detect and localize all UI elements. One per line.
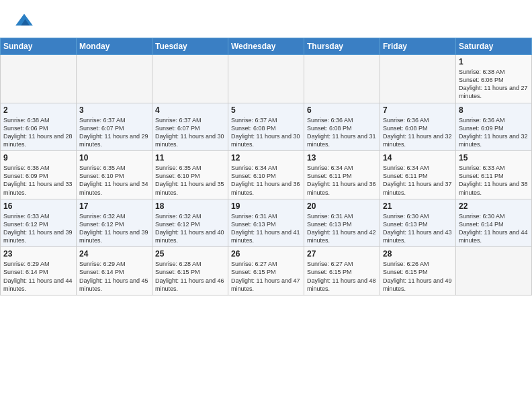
- calendar-cell: [228, 55, 304, 103]
- weekday-header-tuesday: Tuesday: [152, 38, 228, 55]
- calendar-cell: 2Sunrise: 6:38 AM Sunset: 6:06 PM Daylig…: [1, 103, 77, 151]
- day-info: Sunrise: 6:28 AM Sunset: 6:15 PM Dayligh…: [155, 260, 225, 293]
- week-row-3: 9Sunrise: 6:36 AM Sunset: 6:09 PM Daylig…: [1, 151, 532, 199]
- day-info: Sunrise: 6:34 AM Sunset: 6:10 PM Dayligh…: [231, 164, 301, 197]
- day-info: Sunrise: 6:32 AM Sunset: 6:12 PM Dayligh…: [79, 212, 149, 245]
- day-info: Sunrise: 6:38 AM Sunset: 6:06 PM Dayligh…: [459, 68, 529, 101]
- day-info: Sunrise: 6:26 AM Sunset: 6:15 PM Dayligh…: [383, 260, 453, 293]
- logo: [11, 9, 35, 31]
- day-number: 24: [79, 249, 149, 259]
- day-info: Sunrise: 6:36 AM Sunset: 6:08 PM Dayligh…: [383, 116, 453, 149]
- calendar-cell: 20Sunrise: 6:31 AM Sunset: 6:13 PM Dayli…: [304, 199, 380, 247]
- day-number: 13: [307, 153, 377, 163]
- day-info: Sunrise: 6:36 AM Sunset: 6:09 PM Dayligh…: [3, 164, 73, 197]
- calendar-cell: [1, 55, 77, 103]
- calendar-cell: 4Sunrise: 6:37 AM Sunset: 6:07 PM Daylig…: [152, 103, 228, 151]
- day-number: 14: [383, 153, 453, 163]
- day-info: Sunrise: 6:37 AM Sunset: 6:07 PM Dayligh…: [155, 116, 225, 149]
- weekday-header-wednesday: Wednesday: [228, 38, 304, 55]
- calendar-cell: 28Sunrise: 6:26 AM Sunset: 6:15 PM Dayli…: [380, 247, 456, 295]
- day-info: Sunrise: 6:31 AM Sunset: 6:13 PM Dayligh…: [307, 212, 377, 245]
- calendar-cell: 16Sunrise: 6:33 AM Sunset: 6:12 PM Dayli…: [1, 199, 77, 247]
- day-number: 20: [307, 201, 377, 211]
- calendar-cell: 8Sunrise: 6:36 AM Sunset: 6:09 PM Daylig…: [456, 103, 532, 151]
- calendar-cell: 23Sunrise: 6:29 AM Sunset: 6:14 PM Dayli…: [1, 247, 77, 295]
- calendar-cell: 11Sunrise: 6:35 AM Sunset: 6:10 PM Dayli…: [152, 151, 228, 199]
- day-info: Sunrise: 6:35 AM Sunset: 6:10 PM Dayligh…: [79, 164, 149, 197]
- page: SundayMondayTuesdayWednesdayThursdayFrid…: [0, 0, 532, 295]
- day-info: Sunrise: 6:29 AM Sunset: 6:14 PM Dayligh…: [79, 260, 149, 293]
- day-info: Sunrise: 6:34 AM Sunset: 6:11 PM Dayligh…: [307, 164, 377, 197]
- calendar-cell: 18Sunrise: 6:32 AM Sunset: 6:12 PM Dayli…: [152, 199, 228, 247]
- calendar-cell: 5Sunrise: 6:37 AM Sunset: 6:08 PM Daylig…: [228, 103, 304, 151]
- calendar-cell: 22Sunrise: 6:30 AM Sunset: 6:14 PM Dayli…: [456, 199, 532, 247]
- weekday-header-saturday: Saturday: [456, 38, 532, 55]
- day-number: 3: [79, 105, 149, 115]
- day-number: 21: [383, 201, 453, 211]
- day-info: Sunrise: 6:37 AM Sunset: 6:07 PM Dayligh…: [79, 116, 149, 149]
- day-info: Sunrise: 6:27 AM Sunset: 6:15 PM Dayligh…: [307, 260, 377, 293]
- logo-icon: [13, 9, 35, 31]
- calendar-cell: 24Sunrise: 6:29 AM Sunset: 6:14 PM Dayli…: [77, 247, 152, 295]
- day-number: 9: [3, 153, 73, 163]
- calendar-cell: [380, 55, 456, 103]
- day-number: 2: [3, 105, 73, 115]
- day-info: Sunrise: 6:38 AM Sunset: 6:06 PM Dayligh…: [3, 116, 73, 149]
- calendar-cell: 7Sunrise: 6:36 AM Sunset: 6:08 PM Daylig…: [380, 103, 456, 151]
- calendar-cell: 6Sunrise: 6:36 AM Sunset: 6:08 PM Daylig…: [304, 103, 380, 151]
- day-number: 10: [79, 153, 149, 163]
- calendar-cell: 3Sunrise: 6:37 AM Sunset: 6:07 PM Daylig…: [77, 103, 152, 151]
- day-number: 5: [231, 105, 301, 115]
- weekday-header-sunday: Sunday: [1, 38, 77, 55]
- day-number: 7: [383, 105, 453, 115]
- day-info: Sunrise: 6:37 AM Sunset: 6:08 PM Dayligh…: [231, 116, 301, 149]
- day-info: Sunrise: 6:35 AM Sunset: 6:10 PM Dayligh…: [155, 164, 225, 197]
- day-info: Sunrise: 6:36 AM Sunset: 6:09 PM Dayligh…: [459, 116, 529, 149]
- calendar-cell: 26Sunrise: 6:27 AM Sunset: 6:15 PM Dayli…: [228, 247, 304, 295]
- week-row-5: 23Sunrise: 6:29 AM Sunset: 6:14 PM Dayli…: [1, 247, 532, 295]
- day-number: 4: [155, 105, 225, 115]
- day-info: Sunrise: 6:29 AM Sunset: 6:14 PM Dayligh…: [3, 260, 73, 293]
- calendar-cell: [77, 55, 152, 103]
- calendar-cell: 9Sunrise: 6:36 AM Sunset: 6:09 PM Daylig…: [1, 151, 77, 199]
- calendar-cell: 25Sunrise: 6:28 AM Sunset: 6:15 PM Dayli…: [152, 247, 228, 295]
- calendar-cell: 15Sunrise: 6:33 AM Sunset: 6:11 PM Dayli…: [456, 151, 532, 199]
- day-number: 26: [231, 249, 301, 259]
- day-number: 16: [3, 201, 73, 211]
- day-info: Sunrise: 6:32 AM Sunset: 6:12 PM Dayligh…: [155, 212, 225, 245]
- calendar-cell: 1Sunrise: 6:38 AM Sunset: 6:06 PM Daylig…: [456, 55, 532, 103]
- calendar-cell: 17Sunrise: 6:32 AM Sunset: 6:12 PM Dayli…: [77, 199, 152, 247]
- day-info: Sunrise: 6:27 AM Sunset: 6:15 PM Dayligh…: [231, 260, 301, 293]
- day-number: 27: [307, 249, 377, 259]
- calendar-cell: [152, 55, 228, 103]
- day-info: Sunrise: 6:30 AM Sunset: 6:13 PM Dayligh…: [383, 212, 453, 245]
- day-number: 19: [231, 201, 301, 211]
- day-number: 22: [459, 201, 529, 211]
- calendar-cell: 19Sunrise: 6:31 AM Sunset: 6:13 PM Dayli…: [228, 199, 304, 247]
- weekday-header-monday: Monday: [77, 38, 152, 55]
- day-number: 6: [307, 105, 377, 115]
- header: [0, 0, 532, 35]
- calendar-cell: 21Sunrise: 6:30 AM Sunset: 6:13 PM Dayli…: [380, 199, 456, 247]
- calendar-cell: 13Sunrise: 6:34 AM Sunset: 6:11 PM Dayli…: [304, 151, 380, 199]
- day-number: 23: [3, 249, 73, 259]
- week-row-4: 16Sunrise: 6:33 AM Sunset: 6:12 PM Dayli…: [1, 199, 532, 247]
- calendar-cell: [456, 247, 532, 295]
- day-info: Sunrise: 6:34 AM Sunset: 6:11 PM Dayligh…: [383, 164, 453, 197]
- calendar-cell: [304, 55, 380, 103]
- weekday-header-thursday: Thursday: [304, 38, 380, 55]
- week-row-1: 1Sunrise: 6:38 AM Sunset: 6:06 PM Daylig…: [1, 55, 532, 103]
- calendar-cell: 27Sunrise: 6:27 AM Sunset: 6:15 PM Dayli…: [304, 247, 380, 295]
- day-info: Sunrise: 6:30 AM Sunset: 6:14 PM Dayligh…: [459, 212, 529, 245]
- weekday-header-row: SundayMondayTuesdayWednesdayThursdayFrid…: [1, 38, 532, 55]
- weekday-header-friday: Friday: [380, 38, 456, 55]
- day-number: 8: [459, 105, 529, 115]
- calendar-cell: 12Sunrise: 6:34 AM Sunset: 6:10 PM Dayli…: [228, 151, 304, 199]
- day-number: 17: [79, 201, 149, 211]
- calendar: SundayMondayTuesdayWednesdayThursdayFrid…: [0, 38, 532, 295]
- calendar-cell: 10Sunrise: 6:35 AM Sunset: 6:10 PM Dayli…: [77, 151, 152, 199]
- day-number: 15: [459, 153, 529, 163]
- day-info: Sunrise: 6:31 AM Sunset: 6:13 PM Dayligh…: [231, 212, 301, 245]
- day-number: 12: [231, 153, 301, 163]
- day-info: Sunrise: 6:33 AM Sunset: 6:12 PM Dayligh…: [3, 212, 73, 245]
